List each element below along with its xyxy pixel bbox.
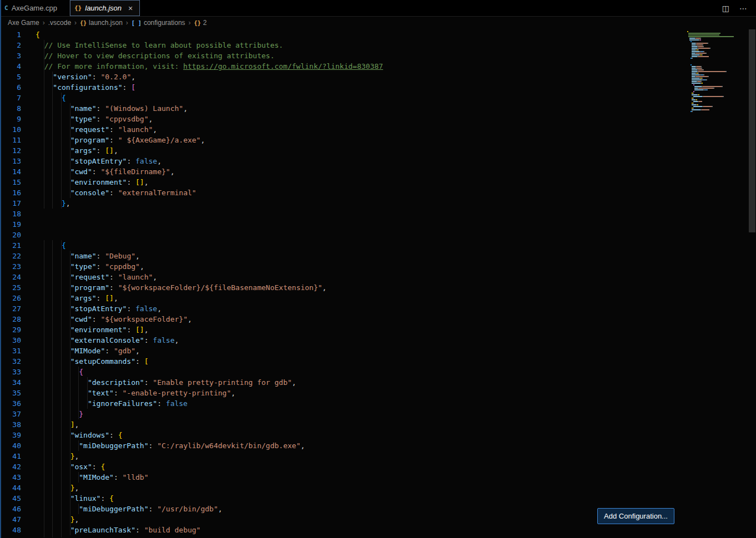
code-line[interactable]: { xyxy=(36,367,687,377)
line-number[interactable]: 4 xyxy=(0,61,21,72)
line-number[interactable]: 9 xyxy=(0,114,21,124)
line-number[interactable]: 25 xyxy=(0,282,21,293)
line-number[interactable]: 42 xyxy=(0,461,21,472)
code-line[interactable]: "description": "Enable pretty-printing f… xyxy=(36,377,687,388)
code-line[interactable]: "name": "(Windows) Launch", xyxy=(36,103,687,114)
line-number[interactable]: 11 xyxy=(0,135,21,145)
tab-launch-json[interactable]: {}launch.json× xyxy=(70,0,140,16)
line-number[interactable]: 40 xyxy=(0,440,21,451)
line-number[interactable]: 47 xyxy=(0,514,21,525)
code-line[interactable]: "text": "-enable-pretty-printing", xyxy=(36,388,687,398)
line-number[interactable]: 39 xyxy=(0,430,21,440)
line-number[interactable]: 2 xyxy=(0,40,21,50)
line-number[interactable]: 3 xyxy=(0,50,21,61)
code-line[interactable]: "name": "Debug", xyxy=(36,251,687,261)
code-line[interactable]: "preLaunchTask": "build debug" xyxy=(36,525,687,535)
line-number[interactable]: 10 xyxy=(0,124,21,135)
line-number[interactable]: 34 xyxy=(0,377,21,388)
line-number[interactable]: 33 xyxy=(0,367,21,377)
scrollbar-thumb[interactable] xyxy=(749,29,755,232)
line-number[interactable]: 13 xyxy=(0,156,21,166)
code-line[interactable]: "setupCommands": [ xyxy=(36,356,687,367)
code-line[interactable]: "MIMode": "gdb", xyxy=(36,346,687,356)
line-number[interactable]: 32 xyxy=(0,356,21,367)
code-line[interactable]: { xyxy=(36,93,687,103)
line-number[interactable]: 21 xyxy=(0,240,21,251)
code-line[interactable]: "args": [], xyxy=(36,145,687,156)
code-line[interactable]: "ignoreFailures": false xyxy=(36,398,687,409)
code-area[interactable]: { // Use IntelliSense to learn about pos… xyxy=(36,29,687,537)
code-line[interactable] xyxy=(36,209,687,219)
code-line[interactable]: "version": "0.2.0", xyxy=(36,72,687,82)
line-number[interactable]: 44 xyxy=(0,483,21,493)
line-number[interactable]: 35 xyxy=(0,388,21,398)
code-line[interactable]: "externalConsole": false, xyxy=(36,335,687,346)
line-number[interactable]: 31 xyxy=(0,346,21,356)
code-line[interactable]: // Hover to view descriptions of existin… xyxy=(36,50,687,61)
line-number[interactable]: 22 xyxy=(0,251,21,261)
line-number-gutter[interactable]: 1234567891011121314151617181920212223242… xyxy=(0,29,36,537)
line-number[interactable]: 19 xyxy=(0,219,21,230)
code-line[interactable]: "program": "${workspaceFolder}/${fileBas… xyxy=(36,282,687,293)
code-line[interactable]: "request": "launch", xyxy=(36,124,687,135)
code-line[interactable]: // Use IntelliSense to learn about possi… xyxy=(36,40,687,50)
line-number[interactable]: 41 xyxy=(0,451,21,461)
line-number[interactable]: 24 xyxy=(0,272,21,282)
code-line[interactable]: "args": [], xyxy=(36,293,687,303)
line-number[interactable]: 18 xyxy=(0,209,21,219)
more-actions-icon[interactable]: ⋯ xyxy=(739,4,747,13)
tab-axegame-cpp[interactable]: CAxeGame.cpp xyxy=(0,0,70,16)
code-line[interactable]: "miDebuggerPath": "C:/raylib/w64devkit/b… xyxy=(36,440,687,451)
line-number[interactable]: 20 xyxy=(0,230,21,240)
line-number[interactable]: 23 xyxy=(0,261,21,272)
code-line[interactable]: // For more information, visit: https://… xyxy=(36,61,687,72)
line-number[interactable]: 15 xyxy=(0,177,21,187)
code-line[interactable]: "program": " ${AxeGame}/a.exe", xyxy=(36,135,687,145)
breadcrumb-item-configurations[interactable]: [ ]configurations xyxy=(132,19,185,27)
split-editor-icon[interactable]: ◫ xyxy=(722,4,729,13)
code-line[interactable]: "configurations": [ xyxy=(36,82,687,93)
code-line[interactable] xyxy=(36,219,687,230)
line-number[interactable]: 49 xyxy=(0,535,21,538)
close-icon[interactable]: × xyxy=(128,4,133,12)
code-line[interactable]: "linux": { xyxy=(36,493,687,504)
code-line[interactable]: }, xyxy=(36,198,687,209)
line-number[interactable]: 17 xyxy=(0,198,21,209)
line-number[interactable]: 12 xyxy=(0,145,21,156)
code-line[interactable]: }, xyxy=(36,535,687,537)
minimap[interactable] xyxy=(687,29,748,537)
line-number[interactable]: 16 xyxy=(0,187,21,198)
line-number[interactable]: 5 xyxy=(0,72,21,82)
code-line[interactable]: }, xyxy=(36,514,687,525)
breadcrumb-item--vscode[interactable]: .vscode xyxy=(48,19,71,27)
code-line[interactable]: "osx": { xyxy=(36,461,687,472)
code-line[interactable]: "miDebuggerPath": "/usr/bin/gdb", xyxy=(36,504,687,514)
line-number[interactable]: 48 xyxy=(0,525,21,535)
code-line[interactable]: "cwd": "${workspaceFolder}", xyxy=(36,314,687,324)
line-number[interactable]: 45 xyxy=(0,493,21,504)
add-configuration-button[interactable]: Add Configuration... xyxy=(597,508,674,524)
code-line[interactable]: "stopAtEntry": false, xyxy=(36,156,687,166)
line-number[interactable]: 7 xyxy=(0,93,21,103)
code-line[interactable]: "environment": [], xyxy=(36,177,687,187)
code-line[interactable]: "type": "cppdbg", xyxy=(36,261,687,272)
line-number[interactable]: 1 xyxy=(0,29,21,40)
code-line[interactable]: "console": "externalTerminal" xyxy=(36,187,687,198)
line-number[interactable]: 6 xyxy=(0,82,21,93)
line-number[interactable]: 26 xyxy=(0,293,21,303)
line-number[interactable]: 37 xyxy=(0,409,21,419)
code-line[interactable]: "cwd": "${fileDirname}", xyxy=(36,166,687,177)
line-number[interactable]: 28 xyxy=(0,314,21,324)
line-number[interactable]: 27 xyxy=(0,303,21,314)
breadcrumb-item-launch-json[interactable]: {}launch.json xyxy=(80,19,123,27)
code-line[interactable]: "stopAtEntry": false, xyxy=(36,303,687,314)
code-line[interactable]: "MIMode": "lldb" xyxy=(36,472,687,483)
code-line[interactable]: }, xyxy=(36,451,687,461)
line-number[interactable]: 38 xyxy=(0,419,21,430)
code-line[interactable]: }, xyxy=(36,483,687,493)
code-line[interactable]: "windows": { xyxy=(36,430,687,440)
line-number[interactable]: 30 xyxy=(0,335,21,346)
line-number[interactable]: 43 xyxy=(0,472,21,483)
line-number[interactable]: 8 xyxy=(0,103,21,114)
code-line[interactable] xyxy=(36,230,687,240)
